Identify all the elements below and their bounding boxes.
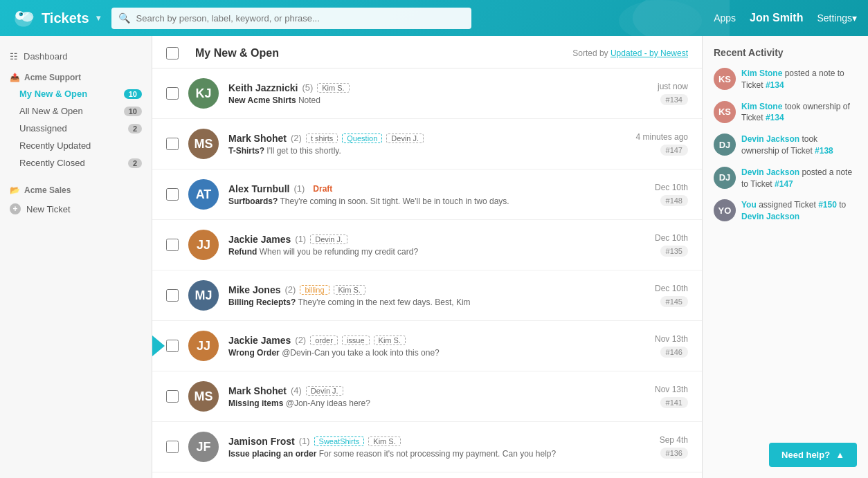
ticket-top-line: Mark Shohet (2) t shirtsQuestionDevin J. xyxy=(228,133,626,144)
activity-target-link[interactable]: #134 xyxy=(766,113,784,122)
activity-actor-link[interactable]: Kim Stone xyxy=(741,102,782,111)
svg-point-3 xyxy=(19,12,23,16)
ticket-checkbox-1[interactable] xyxy=(166,138,179,150)
ticket-row[interactable]: AT Alex Turnbull (1) Draft Surfboards? T… xyxy=(152,169,702,220)
ticket-id: #147 xyxy=(660,145,688,156)
ticket-content: Jamison Frost (1) SweatShirtsKim S. Issu… xyxy=(228,436,650,459)
ticket-tag: order xyxy=(310,335,338,345)
ticket-body: They're coming in soon. Sit tight. We'll… xyxy=(280,196,509,206)
ticket-checkbox-6[interactable] xyxy=(166,390,179,403)
activity-actor-link[interactable]: Devin Jackson xyxy=(741,134,799,144)
sidebar-item-all-new-open[interactable]: All New & Open 10 xyxy=(0,102,152,120)
ticket-row[interactable]: MS Mark Shohet (4) Devin J. Missing item… xyxy=(152,371,702,422)
ticket-tag: Devin J. xyxy=(386,134,424,143)
plus-icon: + xyxy=(10,203,21,214)
topnav: Tickets ▾ 🔍 Apps Jon Smith Settings▾ xyxy=(0,0,868,36)
activity-avatar: DJ xyxy=(714,167,736,189)
ticket-checkbox-7[interactable] xyxy=(166,441,179,453)
main-sort: Sorted by Updated - by Newest xyxy=(572,48,688,58)
recent-activity-panel: Recent Activity KS Kim Stone posted a no… xyxy=(702,36,868,478)
activity-text: Devin Jackson posted a note to Ticket #1… xyxy=(741,167,857,190)
ticket-preview: Issue placing an order For some reason i… xyxy=(228,449,650,459)
search-icon: 🔍 xyxy=(118,12,130,24)
ticket-row[interactable]: MJ Mike Jones (2) billingKim S. Billing … xyxy=(152,270,702,321)
sidebar-item-recently-updated[interactable]: Recently Updated xyxy=(0,137,152,154)
activity-target-link[interactable]: #138 xyxy=(815,146,833,156)
ticket-meta: Dec 10th #148 xyxy=(655,183,688,206)
ticket-id: #145 xyxy=(660,296,688,307)
ticket-meta: 4 minutes ago #147 xyxy=(636,132,688,156)
apps-link[interactable]: Apps xyxy=(714,12,736,24)
activity-actor-link[interactable]: You xyxy=(741,200,757,210)
ticket-body: @Devin-Can you take a look into this one… xyxy=(282,348,440,358)
search-input[interactable] xyxy=(111,8,471,29)
main-header: My New & Open Sorted by Updated - by New… xyxy=(152,36,702,68)
sidebar-item-unassigned[interactable]: Unassigned 2 xyxy=(0,120,152,137)
sidebar-group-acme-sales: 📂 Acme Sales xyxy=(0,178,152,198)
ticket-tag: issue xyxy=(342,335,370,345)
ticket-checkbox-0[interactable] xyxy=(166,87,179,100)
ticket-meta: Sep 4th #136 xyxy=(660,435,688,459)
ticket-checkbox-5[interactable] xyxy=(166,340,179,352)
sidebar-badge-recently-closed: 2 xyxy=(128,158,142,168)
activity-avatar-initials: DJ xyxy=(719,140,731,150)
new-ticket-label: New Ticket xyxy=(26,204,71,214)
main-header-left: My New & Open xyxy=(166,47,279,59)
ticket-row[interactable]: JF Jamison Frost (1) SweatShirtsKim S. I… xyxy=(152,422,702,472)
ticket-checkbox-4[interactable] xyxy=(166,289,179,302)
activity-list: KS Kim Stone posted a note to Ticket #13… xyxy=(714,68,857,223)
app-title-caret: ▾ xyxy=(96,13,100,23)
activity-target-link[interactable]: Devin Jackson xyxy=(741,212,799,221)
ticket-count: (2) xyxy=(284,284,296,295)
ticket-name: Keith Jazznicki xyxy=(228,82,298,93)
ticket-count: (4) xyxy=(291,385,302,396)
ticket-time: Nov 13th xyxy=(655,385,688,394)
ticket-checkbox-2[interactable] xyxy=(166,188,179,201)
app-logo[interactable]: Tickets ▾ xyxy=(11,6,100,30)
avatar-initials: MJ xyxy=(195,288,212,303)
ticket-count: (2) xyxy=(295,335,306,345)
activity-target-link[interactable]: #150 xyxy=(818,200,837,210)
ticket-avatar: KJ xyxy=(188,78,219,109)
ticket-top-line: Keith Jazznicki (5) Kim S. xyxy=(228,82,648,93)
activity-item: DJ Devin Jackson took ownership of Ticke… xyxy=(714,134,857,157)
ticket-row[interactable]: JJ Jackie James (2) orderissueKim S. Wro… xyxy=(152,321,702,371)
ticket-meta: Dec 10th #145 xyxy=(655,284,688,307)
ticket-row[interactable]: KJ Keith Jazznicki (5) Kim S. New Acme S… xyxy=(152,68,702,119)
ticket-body: For some reason it's not processing my p… xyxy=(319,449,556,459)
ticket-content: Mike Jones (2) billingKim S. Billing Rec… xyxy=(228,284,645,307)
activity-avatar: DJ xyxy=(714,134,736,156)
ticket-subject: Missing items xyxy=(228,398,283,408)
activity-avatar-initials: YO xyxy=(718,205,732,216)
ticket-tag: Kim S. xyxy=(368,436,400,446)
inbox-icon: 📤 xyxy=(10,73,20,82)
ticket-tag: Question xyxy=(342,134,382,143)
activity-target-link[interactable]: #147 xyxy=(775,179,793,189)
ticket-meta: just now #134 xyxy=(658,82,688,105)
need-help-button[interactable]: Need help? ▲ xyxy=(769,443,857,467)
ticket-tag: SweatShirts xyxy=(314,436,365,446)
activity-target-link[interactable]: #134 xyxy=(766,80,784,90)
search-container: 🔍 xyxy=(111,8,471,29)
sidebar-dashboard[interactable]: ☷ Dashboard xyxy=(0,47,152,66)
activity-actor-link[interactable]: Devin Jackson xyxy=(741,167,799,177)
sort-value-link[interactable]: Updated - by Newest xyxy=(611,48,688,58)
sidebar-group-acme-support: 📤 Acme Support xyxy=(0,66,152,85)
svg-point-4 xyxy=(21,13,22,15)
ticket-count: (5) xyxy=(302,82,313,93)
topnav-right: Apps Jon Smith Settings▾ xyxy=(714,12,857,24)
ticket-row[interactable]: MS Mark Shohet (2) t shirtsQuestionDevin… xyxy=(152,119,702,169)
sidebar-new-ticket[interactable]: + New Ticket xyxy=(0,198,152,220)
sidebar-item-my-new-open[interactable]: My New & Open 10 xyxy=(0,85,152,102)
ticket-row[interactable]: JJ Jackie James (1) Devin J. Refund When… xyxy=(152,220,702,270)
ticket-checkbox-3[interactable] xyxy=(166,239,179,251)
activity-actor-link[interactable]: Kim Stone xyxy=(741,68,782,78)
ticket-time: 4 minutes ago xyxy=(636,132,688,142)
ticket-name: Jamison Frost xyxy=(228,436,295,447)
sidebar-item-recently-closed[interactable]: Recently Closed 2 xyxy=(0,154,152,172)
ticket-name: Mark Shohet xyxy=(228,385,287,396)
select-all-checkbox[interactable] xyxy=(166,47,179,59)
ticket-count: (1) xyxy=(293,183,305,194)
ticket-top-line: Jackie James (1) Devin J. xyxy=(228,234,645,245)
settings-link[interactable]: Settings▾ xyxy=(817,12,857,24)
